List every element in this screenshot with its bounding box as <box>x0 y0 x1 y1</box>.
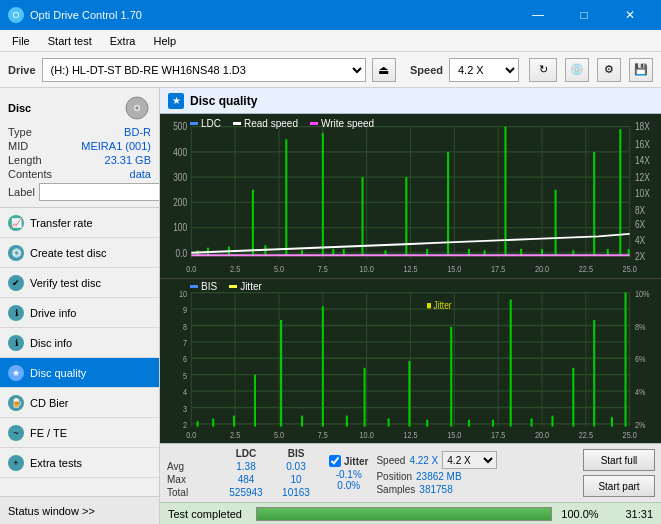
total-bis: 10163 <box>271 486 321 499</box>
svg-text:5.0: 5.0 <box>274 429 284 440</box>
speed-refresh-button[interactable]: ↻ <box>529 58 557 82</box>
start-part-button[interactable]: Start part <box>583 475 655 497</box>
stats-table: LDC BIS Avg 1.38 0.03 Max 484 10 Total 5… <box>166 447 321 499</box>
speed-pos-section: Speed 4.22 X 4.2 X Position 23862 MB Sam… <box>376 451 497 495</box>
svg-text:5: 5 <box>183 370 187 381</box>
sidebar-item-verify-test-disc[interactable]: ✔ Verify test disc <box>0 268 159 298</box>
chart-legend: LDC Read speed Write speed <box>190 118 374 129</box>
svg-text:300: 300 <box>173 172 187 183</box>
transfer-rate-icon: 📈 <box>8 215 24 231</box>
jitter-checkbox[interactable] <box>329 455 341 467</box>
disc-svg-icon <box>125 96 149 120</box>
svg-rect-120 <box>212 418 214 426</box>
eject-button[interactable]: ⏏ <box>372 58 396 82</box>
sidebar-item-transfer-rate[interactable]: 📈 Transfer rate <box>0 208 159 238</box>
svg-rect-133 <box>492 420 494 427</box>
menu-help[interactable]: Help <box>145 33 184 49</box>
svg-text:7.5: 7.5 <box>318 429 328 440</box>
svg-text:18X: 18X <box>635 122 650 133</box>
svg-text:8: 8 <box>183 321 187 332</box>
sidebar-item-fe-te[interactable]: ~ FE / TE <box>0 418 159 448</box>
jitter-header-row: Jitter <box>329 455 368 467</box>
menu-extra[interactable]: Extra <box>102 33 144 49</box>
drive-select[interactable]: (H:) HL-DT-ST BD-RE WH16NS48 1.D3 <box>42 58 366 82</box>
speed-select[interactable]: 4.2 X <box>449 58 519 82</box>
ldc-header: LDC <box>221 447 271 460</box>
minimize-button[interactable]: — <box>515 0 561 30</box>
svg-rect-124 <box>301 416 303 427</box>
svg-rect-119 <box>197 421 199 426</box>
svg-text:2.5: 2.5 <box>230 429 240 440</box>
length-value: 23.31 GB <box>105 154 151 166</box>
svg-rect-137 <box>572 368 574 427</box>
sidebar-item-cd-bier[interactable]: 🍺 CD Bier <box>0 388 159 418</box>
svg-text:25.0: 25.0 <box>623 429 637 440</box>
svg-text:■ Jitter: ■ Jitter <box>426 299 452 311</box>
bis-dot <box>190 285 198 288</box>
sidebar-item-drive-info[interactable]: ℹ Drive info <box>0 298 159 328</box>
sidebar-item-extra-tests[interactable]: + Extra tests <box>0 448 159 478</box>
disc-panel: Disc Type BD-R MID MEIRA1 (001) Length <box>0 88 159 208</box>
jitter-header-label: Jitter <box>344 456 368 467</box>
svg-text:2.5: 2.5 <box>230 264 241 274</box>
sidebar: Disc Type BD-R MID MEIRA1 (001) Length <box>0 88 160 524</box>
title-bar-title: Opti Drive Control 1.70 <box>30 9 142 21</box>
progress-bar-fill <box>257 508 551 520</box>
svg-point-2 <box>136 107 139 110</box>
svg-rect-135 <box>531 418 533 426</box>
menu-start-test[interactable]: Start test <box>40 33 100 49</box>
svg-rect-125 <box>322 306 324 426</box>
svg-rect-128 <box>388 418 390 426</box>
svg-text:0.0: 0.0 <box>186 429 196 440</box>
fe-te-icon: ~ <box>8 425 24 441</box>
samples-label: Samples <box>376 484 415 495</box>
sidebar-item-disc-quality[interactable]: ★ Disc quality <box>0 358 159 388</box>
close-button[interactable]: ✕ <box>607 0 653 30</box>
svg-rect-131 <box>450 327 452 427</box>
svg-text:4: 4 <box>183 386 187 397</box>
speed-stat-select[interactable]: 4.2 X <box>442 451 497 469</box>
start-full-button[interactable]: Start full <box>583 449 655 471</box>
svg-rect-123 <box>280 320 282 427</box>
max-label: Max <box>166 473 221 486</box>
svg-rect-54 <box>322 133 324 255</box>
content-area: ★ Disc quality LDC Read speed <box>160 88 661 524</box>
svg-text:7.5: 7.5 <box>318 264 329 274</box>
svg-rect-134 <box>510 300 512 427</box>
jitter-section: Jitter -0.1% 0.0% <box>329 455 368 491</box>
svg-rect-136 <box>551 416 553 427</box>
svg-text:25.0: 25.0 <box>623 264 638 274</box>
svg-text:0.0: 0.0 <box>186 264 197 274</box>
svg-rect-126 <box>346 416 348 427</box>
window-controls: — □ ✕ <box>515 0 653 30</box>
legend-write-speed: Write speed <box>310 118 374 129</box>
sidebar-item-create-test-disc[interactable]: 💿 Create test disc <box>0 238 159 268</box>
status-window-button[interactable]: Status window >> <box>0 496 159 524</box>
svg-rect-132 <box>468 420 470 427</box>
avg-ldc: 1.38 <box>221 460 271 473</box>
disc-panel-icon <box>123 94 151 122</box>
svg-rect-61 <box>447 152 449 255</box>
label-input[interactable] <box>39 183 160 201</box>
svg-text:4%: 4% <box>635 386 646 397</box>
status-window-label: Status window >> <box>8 505 95 517</box>
start-buttons: Start full Start part <box>583 449 655 497</box>
disc-icon-button[interactable]: 💿 <box>565 58 589 82</box>
create-disc-icon: 💿 <box>8 245 24 261</box>
svg-rect-127 <box>364 368 366 427</box>
avg-label: Avg <box>166 460 221 473</box>
mid-label: MID <box>8 140 28 152</box>
total-ldc: 525943 <box>221 486 271 499</box>
progress-time: 31:31 <box>608 508 653 520</box>
title-bar: O Opti Drive Control 1.70 — □ ✕ <box>0 0 661 30</box>
svg-text:4X: 4X <box>635 235 645 246</box>
speed-label: Speed <box>410 64 443 76</box>
menu-file[interactable]: File <box>4 33 38 49</box>
svg-text:6: 6 <box>183 353 187 364</box>
sidebar-item-disc-info[interactable]: ℹ Disc info <box>0 328 159 358</box>
maximize-button[interactable]: □ <box>561 0 607 30</box>
svg-text:22.5: 22.5 <box>579 264 594 274</box>
disc-quality-icon: ★ <box>8 365 24 381</box>
save-button[interactable]: 💾 <box>629 58 653 82</box>
settings-button[interactable]: ⚙ <box>597 58 621 82</box>
